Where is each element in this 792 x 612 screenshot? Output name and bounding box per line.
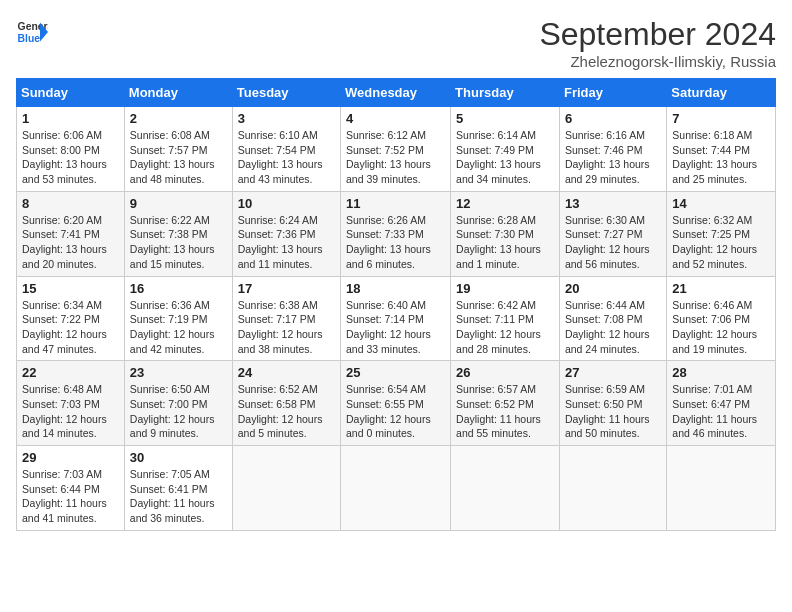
calendar-cell: 19Sunrise: 6:42 AM Sunset: 7:11 PM Dayli…	[451, 276, 560, 361]
day-info: Sunrise: 6:40 AM Sunset: 7:14 PM Dayligh…	[346, 298, 445, 357]
day-number: 22	[22, 365, 119, 380]
page-header: General Blue September 2024 Zheleznogors…	[16, 16, 776, 70]
day-info: Sunrise: 6:50 AM Sunset: 7:00 PM Dayligh…	[130, 382, 227, 441]
day-number: 8	[22, 196, 119, 211]
calendar-cell: 28Sunrise: 7:01 AM Sunset: 6:47 PM Dayli…	[667, 361, 776, 446]
day-number: 6	[565, 111, 661, 126]
calendar-cell: 15Sunrise: 6:34 AM Sunset: 7:22 PM Dayli…	[17, 276, 125, 361]
day-number: 24	[238, 365, 335, 380]
calendar-cell: 4Sunrise: 6:12 AM Sunset: 7:52 PM Daylig…	[341, 107, 451, 192]
day-number: 20	[565, 281, 661, 296]
day-info: Sunrise: 6:10 AM Sunset: 7:54 PM Dayligh…	[238, 128, 335, 187]
day-number: 9	[130, 196, 227, 211]
day-info: Sunrise: 6:57 AM Sunset: 6:52 PM Dayligh…	[456, 382, 554, 441]
day-number: 29	[22, 450, 119, 465]
day-number: 14	[672, 196, 770, 211]
day-number: 17	[238, 281, 335, 296]
day-info: Sunrise: 6:14 AM Sunset: 7:49 PM Dayligh…	[456, 128, 554, 187]
day-number: 13	[565, 196, 661, 211]
calendar-cell: 13Sunrise: 6:30 AM Sunset: 7:27 PM Dayli…	[559, 191, 666, 276]
weekday-header-row: SundayMondayTuesdayWednesdayThursdayFrid…	[17, 79, 776, 107]
weekday-header-friday: Friday	[559, 79, 666, 107]
day-info: Sunrise: 6:26 AM Sunset: 7:33 PM Dayligh…	[346, 213, 445, 272]
day-number: 11	[346, 196, 445, 211]
day-info: Sunrise: 6:08 AM Sunset: 7:57 PM Dayligh…	[130, 128, 227, 187]
day-number: 10	[238, 196, 335, 211]
calendar-cell: 22Sunrise: 6:48 AM Sunset: 7:03 PM Dayli…	[17, 361, 125, 446]
calendar-cell: 26Sunrise: 6:57 AM Sunset: 6:52 PM Dayli…	[451, 361, 560, 446]
calendar-cell: 8Sunrise: 6:20 AM Sunset: 7:41 PM Daylig…	[17, 191, 125, 276]
calendar-cell: 24Sunrise: 6:52 AM Sunset: 6:58 PM Dayli…	[232, 361, 340, 446]
calendar-cell	[341, 446, 451, 531]
day-info: Sunrise: 6:06 AM Sunset: 8:00 PM Dayligh…	[22, 128, 119, 187]
day-info: Sunrise: 6:28 AM Sunset: 7:30 PM Dayligh…	[456, 213, 554, 272]
calendar-cell: 7Sunrise: 6:18 AM Sunset: 7:44 PM Daylig…	[667, 107, 776, 192]
svg-text:Blue: Blue	[18, 33, 41, 44]
day-info: Sunrise: 6:59 AM Sunset: 6:50 PM Dayligh…	[565, 382, 661, 441]
day-info: Sunrise: 6:48 AM Sunset: 7:03 PM Dayligh…	[22, 382, 119, 441]
calendar-cell: 17Sunrise: 6:38 AM Sunset: 7:17 PM Dayli…	[232, 276, 340, 361]
calendar-cell	[232, 446, 340, 531]
weekday-header-sunday: Sunday	[17, 79, 125, 107]
day-info: Sunrise: 6:34 AM Sunset: 7:22 PM Dayligh…	[22, 298, 119, 357]
day-info: Sunrise: 6:16 AM Sunset: 7:46 PM Dayligh…	[565, 128, 661, 187]
weekday-header-wednesday: Wednesday	[341, 79, 451, 107]
calendar-cell: 2Sunrise: 6:08 AM Sunset: 7:57 PM Daylig…	[124, 107, 232, 192]
weekday-header-saturday: Saturday	[667, 79, 776, 107]
calendar-cell: 11Sunrise: 6:26 AM Sunset: 7:33 PM Dayli…	[341, 191, 451, 276]
day-number: 12	[456, 196, 554, 211]
day-info: Sunrise: 6:30 AM Sunset: 7:27 PM Dayligh…	[565, 213, 661, 272]
calendar-cell: 10Sunrise: 6:24 AM Sunset: 7:36 PM Dayli…	[232, 191, 340, 276]
calendar-cell	[559, 446, 666, 531]
calendar-cell: 6Sunrise: 6:16 AM Sunset: 7:46 PM Daylig…	[559, 107, 666, 192]
day-info: Sunrise: 6:18 AM Sunset: 7:44 PM Dayligh…	[672, 128, 770, 187]
day-number: 5	[456, 111, 554, 126]
day-info: Sunrise: 6:12 AM Sunset: 7:52 PM Dayligh…	[346, 128, 445, 187]
day-number: 3	[238, 111, 335, 126]
calendar-week-5: 29Sunrise: 7:03 AM Sunset: 6:44 PM Dayli…	[17, 446, 776, 531]
calendar-cell: 20Sunrise: 6:44 AM Sunset: 7:08 PM Dayli…	[559, 276, 666, 361]
day-info: Sunrise: 6:20 AM Sunset: 7:41 PM Dayligh…	[22, 213, 119, 272]
month-title: September 2024	[539, 16, 776, 53]
day-info: Sunrise: 6:38 AM Sunset: 7:17 PM Dayligh…	[238, 298, 335, 357]
logo: General Blue	[16, 16, 48, 48]
calendar-cell: 12Sunrise: 6:28 AM Sunset: 7:30 PM Dayli…	[451, 191, 560, 276]
day-info: Sunrise: 6:36 AM Sunset: 7:19 PM Dayligh…	[130, 298, 227, 357]
day-number: 18	[346, 281, 445, 296]
calendar-cell	[451, 446, 560, 531]
calendar-cell: 23Sunrise: 6:50 AM Sunset: 7:00 PM Dayli…	[124, 361, 232, 446]
title-block: September 2024 Zheleznogorsk-Ilimskiy, R…	[539, 16, 776, 70]
day-number: 27	[565, 365, 661, 380]
day-info: Sunrise: 6:52 AM Sunset: 6:58 PM Dayligh…	[238, 382, 335, 441]
calendar-cell: 14Sunrise: 6:32 AM Sunset: 7:25 PM Dayli…	[667, 191, 776, 276]
day-info: Sunrise: 6:54 AM Sunset: 6:55 PM Dayligh…	[346, 382, 445, 441]
calendar-cell: 30Sunrise: 7:05 AM Sunset: 6:41 PM Dayli…	[124, 446, 232, 531]
day-info: Sunrise: 6:46 AM Sunset: 7:06 PM Dayligh…	[672, 298, 770, 357]
weekday-header-monday: Monday	[124, 79, 232, 107]
calendar-cell: 1Sunrise: 6:06 AM Sunset: 8:00 PM Daylig…	[17, 107, 125, 192]
calendar-table: SundayMondayTuesdayWednesdayThursdayFrid…	[16, 78, 776, 531]
calendar-cell: 5Sunrise: 6:14 AM Sunset: 7:49 PM Daylig…	[451, 107, 560, 192]
day-number: 19	[456, 281, 554, 296]
day-number: 21	[672, 281, 770, 296]
calendar-cell: 9Sunrise: 6:22 AM Sunset: 7:38 PM Daylig…	[124, 191, 232, 276]
calendar-week-4: 22Sunrise: 6:48 AM Sunset: 7:03 PM Dayli…	[17, 361, 776, 446]
calendar-body: 1Sunrise: 6:06 AM Sunset: 8:00 PM Daylig…	[17, 107, 776, 531]
calendar-cell: 25Sunrise: 6:54 AM Sunset: 6:55 PM Dayli…	[341, 361, 451, 446]
calendar-cell: 3Sunrise: 6:10 AM Sunset: 7:54 PM Daylig…	[232, 107, 340, 192]
day-number: 2	[130, 111, 227, 126]
day-info: Sunrise: 7:05 AM Sunset: 6:41 PM Dayligh…	[130, 467, 227, 526]
day-number: 28	[672, 365, 770, 380]
calendar-cell: 29Sunrise: 7:03 AM Sunset: 6:44 PM Dayli…	[17, 446, 125, 531]
day-number: 15	[22, 281, 119, 296]
calendar-cell: 27Sunrise: 6:59 AM Sunset: 6:50 PM Dayli…	[559, 361, 666, 446]
day-info: Sunrise: 6:24 AM Sunset: 7:36 PM Dayligh…	[238, 213, 335, 272]
calendar-cell: 21Sunrise: 6:46 AM Sunset: 7:06 PM Dayli…	[667, 276, 776, 361]
day-info: Sunrise: 6:32 AM Sunset: 7:25 PM Dayligh…	[672, 213, 770, 272]
day-info: Sunrise: 7:01 AM Sunset: 6:47 PM Dayligh…	[672, 382, 770, 441]
day-info: Sunrise: 6:44 AM Sunset: 7:08 PM Dayligh…	[565, 298, 661, 357]
day-number: 1	[22, 111, 119, 126]
day-number: 23	[130, 365, 227, 380]
day-info: Sunrise: 7:03 AM Sunset: 6:44 PM Dayligh…	[22, 467, 119, 526]
day-number: 30	[130, 450, 227, 465]
